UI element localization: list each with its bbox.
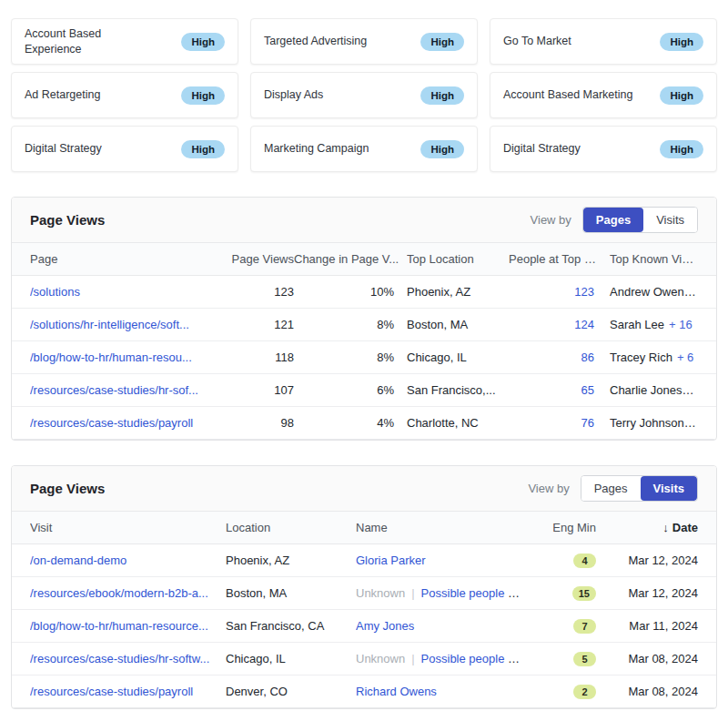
page-link[interactable]: /blog/how-to-hr/human-resou... [30,350,217,364]
intent-level-badge: High [181,86,225,105]
keyword-label: Marketing Campaign [264,141,376,157]
intent-level-badge: High [181,140,225,158]
toggle-visits-button[interactable]: Visits [641,476,697,501]
col-header-top-location: Top Location [407,252,509,266]
location-value: Phoenix, AZ [226,554,356,567]
date-value: Mar 08, 2024 [596,652,698,665]
col-header-people-at-top: People at Top L... [509,252,600,266]
page-link[interactable]: /resources/case-studies/hr-sof... [30,383,217,397]
column-header-row: Page Page Views Change in Page V... Top … [12,242,716,276]
panel-title: Page Views [30,212,105,228]
eng-min-cell: 4 [521,554,596,568]
page-link[interactable]: /solutions/hr-intelligence/soft... [30,318,217,331]
visit-link[interactable]: /resources/ebook/modern-b2b-a... [30,586,226,600]
eng-min-cell: 5 [521,652,596,666]
people-count-link[interactable]: 86 [509,350,600,364]
keyword-card: Account Based Experience High [11,18,238,65]
eng-min-badge: 15 [572,586,596,601]
sort-down-icon[interactable]: ↓ [662,521,669,534]
table-row: /blog/how-to-hr/human-resource... San Fr… [12,610,716,643]
keyword-card: Ad Retargeting High [11,72,238,118]
top-location-value: Charlotte, NC [407,416,509,430]
person-name-link[interactable]: Amy Jones [356,619,414,633]
intent-level-badge: High [660,86,703,105]
top-known-visitors-cell: Charlie Jones+ 12 [600,383,698,397]
possible-people-link[interactable]: Possible people at location [421,652,521,665]
table-row: /solutions/hr-intelligence/soft... 121 8… [12,309,716,341]
name-cell: Richard Owens [356,685,521,698]
change-value: 6% [294,383,407,397]
view-by-group: View by Pages Visits [528,475,698,502]
people-count-link[interactable]: 123 [509,285,600,299]
intent-level-badge: High [660,140,703,158]
keyword-card: Targeted Advertising High [250,18,478,65]
eng-min-cell: 7 [521,619,596,634]
visit-link[interactable]: /resources/case-studies/hr-softw... [30,652,226,665]
person-name-link[interactable]: Richard Owens [356,685,437,698]
page-views-value: 107 [217,383,294,397]
toggle-pages-button[interactable]: Pages [583,208,643,232]
visit-link[interactable]: /on-demand-demo [30,554,226,567]
col-header-page: Page [30,252,217,266]
location-value: Chicago, IL [226,652,356,665]
name-cell: Unknown|Possible people at location [356,652,521,665]
top-known-visitors-cell: Sarah Lee+ 16 [600,318,698,331]
intent-level-badge: High [181,33,225,51]
page-link[interactable]: /resources/case-studies/payroll [30,416,217,430]
page-views-value: 121 [217,318,294,331]
visit-link[interactable]: /blog/how-to-hr/human-resource... [30,619,226,633]
keyword-label: Go To Market [503,34,579,49]
name-cell: Unknown|Possible people at location [356,586,521,600]
person-name-link[interactable]: Gloria Parker [356,554,426,567]
view-by-label: View by [528,482,569,495]
visit-link[interactable]: /resources/case-studies/payroll [30,685,226,698]
more-visitors-link[interactable]: + 6 [677,350,693,364]
change-value: 8% [294,318,407,331]
eng-min-badge: 5 [573,652,596,666]
keyword-card: Digital Strategy High [11,126,238,172]
top-known-visitors-cell: Terry Johnson+ 4 [600,416,698,430]
col-header-name: Name [356,521,521,534]
col-header-eng-min: Eng Min [521,521,596,534]
page-link[interactable]: /solutions [30,285,217,299]
keyword-label: Digital Strategy [25,141,109,157]
col-header-visit: Visit [30,521,226,534]
visitor-name: Charlie Jones [610,383,694,397]
eng-min-cell: 15 [521,586,596,601]
keyword-label: Account Based Experience [25,26,143,57]
intent-level-badge: High [660,33,703,51]
keyword-card: Digital Strategy High [490,126,717,172]
panel-title: Page Views [30,481,105,496]
col-header-date[interactable]: ↓Date [596,521,698,534]
people-count-link[interactable]: 124 [509,318,600,331]
unknown-label: Unknown [356,586,405,600]
table-row: /on-demand-demo Phoenix, AZ Gloria Parke… [12,544,716,577]
date-value: Mar 11, 2024 [596,619,698,633]
table-row: /resources/case-studies/payroll 98 4% Ch… [12,407,716,440]
page-views-pages-panel: Page Views View by Pages Visits Page Pag… [11,197,717,441]
name-cell: Gloria Parker [356,554,521,567]
top-location-value: San Francisco,... [407,383,509,397]
unknown-label: Unknown [356,652,405,665]
keyword-card: Go To Market High [490,18,717,65]
table-row: /blog/how-to-hr/human-resou... 118 8% Ch… [12,341,716,374]
more-visitors-link[interactable]: + 16 [669,318,693,331]
keyword-card: Display Ads High [250,72,478,118]
people-count-link[interactable]: 65 [509,383,600,397]
panel-header: Page Views View by Pages Visits [12,466,716,511]
name-cell: Amy Jones [356,619,521,633]
col-header-top-known-visitors: Top Known Visitors [600,252,698,266]
date-value: Mar 12, 2024 [596,586,698,600]
view-by-group: View by Pages Visits [531,207,698,233]
top-location-value: Boston, MA [407,318,509,331]
visitor-name: Tracey Rich [610,350,672,364]
toggle-visits-button[interactable]: Visits [643,208,697,232]
keyword-label: Ad Retargeting [25,87,107,103]
possible-people-link[interactable]: Possible people at location [421,586,521,600]
top-known-visitors-cell: Andrew Owens+ 18 [600,285,698,299]
toggle-pages-button[interactable]: Pages [581,476,641,501]
col-header-change: Change in Page V... [294,252,407,266]
people-count-link[interactable]: 76 [509,416,600,430]
eng-min-badge: 2 [573,685,596,699]
table-row: /resources/case-studies/payroll Denver, … [12,675,716,708]
